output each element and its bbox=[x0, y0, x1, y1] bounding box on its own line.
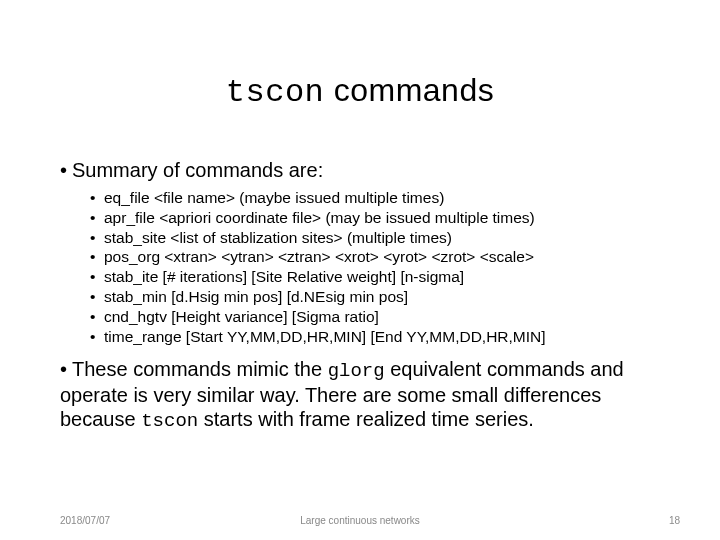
slide: tscon commands •Summary of commands are:… bbox=[0, 0, 720, 540]
command-text: eq_file <file name> (maybe issued multip… bbox=[104, 189, 444, 206]
command-text: stab_ite [# iterations] [Site Relative w… bbox=[104, 268, 464, 285]
command-text: stab_min [d.Hsig min pos] [d.NEsig min p… bbox=[104, 288, 408, 305]
list-item: pos_org <xtran> <ytran> <ztran> <xrot> <… bbox=[90, 247, 670, 267]
closing-pre: These commands mimic the bbox=[72, 358, 328, 380]
list-item: cnd_hgtv [Height variance] [Sigma ratio] bbox=[90, 307, 670, 327]
list-item: eq_file <file name> (maybe issued multip… bbox=[90, 188, 670, 208]
command-text: apr_file <apriori coordinate file> (may … bbox=[104, 209, 535, 226]
bullet-icon: • bbox=[60, 357, 72, 381]
list-item: stab_ite [# iterations] [Site Relative w… bbox=[90, 267, 670, 287]
list-item: stab_site <list of stablization sites> (… bbox=[90, 228, 670, 248]
closing-code1: glorg bbox=[328, 360, 385, 382]
list-item: apr_file <apriori coordinate file> (may … bbox=[90, 208, 670, 228]
title-code: tscon bbox=[226, 74, 325, 111]
closing-code2: tscon bbox=[141, 410, 198, 432]
closing-paragraph: •These commands mimic the glorg equivale… bbox=[60, 357, 670, 434]
title-rest: commands bbox=[324, 72, 494, 108]
command-text: cnd_hgtv [Height variance] [Sigma ratio] bbox=[104, 308, 379, 325]
bullet-icon: • bbox=[60, 158, 72, 182]
command-text: pos_org <xtran> <ytran> <ztran> <xrot> <… bbox=[104, 248, 534, 265]
list-item: time_range [Start YY,MM,DD,HR,MIN] [End … bbox=[90, 327, 670, 347]
closing-post: starts with frame realized time series. bbox=[198, 408, 534, 430]
slide-title: tscon commands bbox=[0, 72, 720, 111]
slide-body: •Summary of commands are: eq_file <file … bbox=[60, 158, 670, 433]
command-text: stab_site <list of stablization sites> (… bbox=[104, 229, 452, 246]
footer-title: Large continuous networks bbox=[0, 515, 720, 526]
command-text: time_range [Start YY,MM,DD,HR,MIN] [End … bbox=[104, 328, 546, 345]
summary-intro: •Summary of commands are: bbox=[60, 158, 670, 182]
footer-page-number: 18 bbox=[669, 515, 680, 526]
list-item: stab_min [d.Hsig min pos] [d.NEsig min p… bbox=[90, 287, 670, 307]
command-list: eq_file <file name> (maybe issued multip… bbox=[60, 188, 670, 347]
summary-intro-text: Summary of commands are: bbox=[72, 159, 323, 181]
